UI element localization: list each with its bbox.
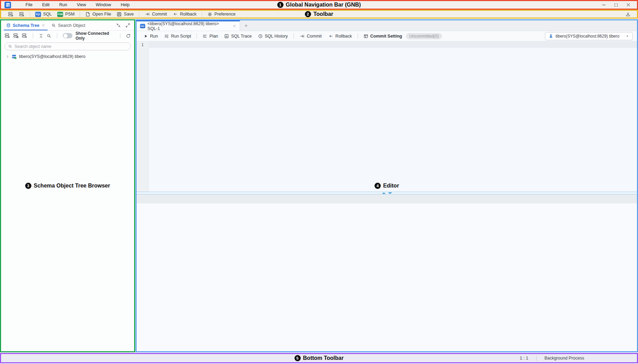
app-logo-icon[interactable] [4,2,11,8]
menu-help[interactable]: Help [116,2,134,7]
cursor-position: 1 : 1 [514,356,534,361]
background-process-button[interactable]: Background Process [539,356,590,361]
close-tab-icon[interactable] [232,24,236,28]
menu-edit[interactable]: Edit [37,2,54,7]
editor-toolbar-separator [358,33,358,39]
run-button[interactable]: Run [141,34,161,39]
line-number-gutter: 1 [137,41,149,192]
object-search-input[interactable] [14,44,127,49]
sql-badge-icon: SQL [140,24,145,28]
toolbar-separator [80,12,80,17]
gear-icon [207,12,212,17]
commit-setting-button[interactable]: Commit Setting [360,34,405,39]
preference-button[interactable]: Preference [205,12,238,17]
app-window: File Edit Run View Window Help 1 Global … [0,0,638,364]
tree-search-icon[interactable] [47,33,51,38]
remove-connection-button[interactable] [16,12,27,17]
search-icon [51,23,56,28]
rollback-icon [328,34,333,39]
new-psm-button[interactable]: PSM PSM [54,12,77,17]
collapse-panel-icon[interactable] [116,23,121,28]
add-connection-icon [8,12,13,17]
tree-toolbar: Show Connected Only [1,31,134,41]
editor-toolbar: Run Run Script Plan SQL Trace SQL Histor… [137,31,637,41]
rollback-button[interactable]: Rollback [170,12,199,17]
new-tab-button[interactable] [240,20,252,31]
tree-panel-tabs: Schema Tree Search Object [1,20,134,31]
schema-tree-panel: Schema Tree Search Object Show Connected… [0,19,135,352]
rollback-icon [172,12,178,17]
menu-file[interactable]: File [21,2,37,7]
maximize-icon[interactable] [614,3,618,7]
tree-toolbar-separator [120,33,120,38]
plan-icon [202,34,207,39]
close-tab-icon[interactable] [41,23,45,27]
tree-add-connection-icon[interactable] [4,33,10,38]
minimize-icon[interactable] [601,2,606,7]
editor-results-splitter[interactable] [137,192,637,194]
commit-setting-icon [363,34,368,39]
commit-icon [144,12,150,17]
show-connected-only-toggle[interactable] [63,33,72,38]
new-sql-button[interactable]: SQL SQL [32,12,54,17]
editor-tab-strip: SQL <tibero(SYS@localhost:8629) tibero> … [137,20,637,31]
chevron-down-icon [626,34,629,38]
tree-toolbar-separator [33,33,33,38]
run-script-icon [164,34,169,39]
editor-tab-sql1[interactable]: SQL <tibero(SYS@localhost:8629) tibero> … [137,20,240,31]
menu-run[interactable]: Run [54,2,72,7]
chevron-right-icon[interactable] [6,55,9,58]
user-icon [549,34,553,38]
add-connection-button[interactable] [5,12,16,17]
database-server-icon [11,54,17,59]
sql-editor-area[interactable]: 1 [137,41,637,192]
tree-modify-connection-icon[interactable] [13,33,19,38]
sql-trace-button[interactable]: SQL Trace [221,34,255,39]
sql-trace-icon [224,34,229,39]
current-line-highlight [149,41,637,48]
collapse-down-icon[interactable] [388,192,392,194]
tree-item-connection[interactable]: tibero(SYS@localhost:8629) tibero [1,53,134,60]
object-search-box [4,42,131,50]
menu-bar: File Edit Run View Window Help [21,2,134,7]
sql-badge-icon: SQL [35,12,41,17]
menu-window[interactable]: Window [91,2,116,7]
run-script-button[interactable]: Run Script [161,34,194,39]
open-file-button[interactable]: Open File [82,12,114,17]
editor-commit-button[interactable]: Commit [296,34,325,39]
collapse-all-icon[interactable] [39,33,43,38]
toolbar-separator [139,12,139,17]
collapse-up-icon[interactable] [382,192,386,194]
expand-panel-icon[interactable] [126,23,130,28]
editor-region: SQL <tibero(SYS@localhost:8629) tibero> … [136,19,638,352]
tree-item-label: tibero(SYS@localhost:8629) tibero [19,54,86,59]
save-button[interactable]: Save [114,12,137,17]
close-icon[interactable] [626,2,631,7]
remove-connection-icon [19,12,24,17]
window-controls [601,2,634,7]
menu-view[interactable]: View [72,2,91,7]
sql-history-button[interactable]: SQL History [255,34,291,39]
import-download-icon[interactable] [625,12,631,17]
connection-selector[interactable]: tibero(SYS@localhost:8629) tibero [545,32,633,40]
save-icon [117,12,122,17]
toolbar-separator [202,12,202,17]
connection-selector-label: tibero(SYS@localhost:8629) tibero [556,34,619,39]
editor-rollback-button[interactable]: Rollback [325,34,355,39]
commit-button[interactable]: Commit [142,12,170,17]
refresh-icon[interactable] [126,33,131,38]
database-icon [6,23,11,28]
tab-schema-tree[interactable]: Schema Tree [3,20,48,30]
sql-history-icon [258,34,263,39]
splitter-handle[interactable] [382,192,392,194]
editor-toolbar-separator [197,33,197,39]
tree-remove-connection-icon[interactable] [22,33,27,38]
psm-badge-icon: PSM [57,12,63,17]
run-icon [144,34,148,38]
open-file-icon [85,12,90,17]
status-separator [536,356,537,361]
plan-button[interactable]: Plan [199,34,221,39]
tree-toolbar-separator [57,33,57,38]
tab-search-object[interactable]: Search Object [48,20,88,30]
results-panel-header [137,194,637,203]
